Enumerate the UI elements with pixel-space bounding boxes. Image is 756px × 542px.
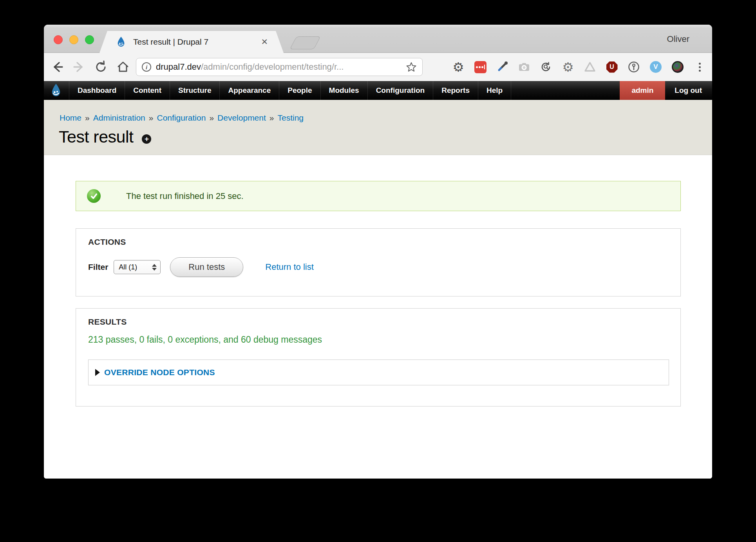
forward-icon[interactable] [71,59,87,75]
tab-close-icon[interactable]: ✕ [261,37,268,47]
zoom-window-button[interactable] [85,35,94,44]
fieldset-label: OVERRIDE NODE OPTIONS [104,368,215,377]
key-circle-icon[interactable] [628,60,640,74]
user-account-link[interactable]: admin [620,81,665,100]
menu-item-content[interactable]: Content [125,81,170,100]
menu-item-appearance[interactable]: Appearance [220,81,279,100]
return-to-list-link[interactable]: Return to list [265,262,314,272]
success-check-icon [87,189,101,203]
breadcrumb-testing[interactable]: Testing [278,113,304,122]
menu-item-dashboard[interactable]: Dashboard [69,81,125,100]
menu-item-configuration[interactable]: Configuration [368,81,434,100]
extension-bar: ⚙ ⚙ U V [452,59,706,75]
logout-link[interactable]: Log out [665,81,712,100]
menu-item-structure[interactable]: Structure [170,81,220,100]
page-header: Home»Administration»Configuration»Develo… [44,100,712,155]
drupal-logo[interactable] [44,81,69,100]
refresh-search-icon[interactable] [540,60,552,74]
breadcrumb-separator: » [85,113,90,122]
url-bar[interactable]: i drupal7.dev /admin/config/development/… [136,58,423,76]
select-stepper-icon [152,264,157,271]
actions-heading: ACTIONS [88,237,126,247]
reload-icon[interactable] [93,59,109,75]
actions-panel: ACTIONS Filter All (1) Run tests Return … [76,228,681,296]
url-path: /admin/config/development/testing/r... [201,62,403,72]
camera-icon[interactable] [518,60,530,74]
menu-item-people[interactable]: People [279,81,320,100]
status-message: The test run finished in 25 sec. [76,181,681,211]
results-panel: RESULTS 213 passes, 0 fails, 0 exception… [76,308,681,406]
drive-triangle-icon[interactable] [584,60,596,74]
menu-item-modules[interactable]: Modules [321,81,368,100]
camera-lens-icon[interactable] [671,60,684,74]
tab-title: Test result | Drupal 7 [133,37,261,47]
breadcrumb-development[interactable]: Development [217,113,266,122]
override-node-options-fieldset[interactable]: OVERRIDE NODE OPTIONS [88,360,669,385]
collapsed-arrow-icon [95,369,100,376]
breadcrumb-separator: » [149,113,154,122]
add-shortcut-icon[interactable]: + [142,134,151,144]
drupal-admin-toolbar: Dashboard Content Structure Appearance P… [44,81,712,100]
results-heading: RESULTS [88,317,127,327]
close-window-button[interactable] [54,35,63,44]
menu-item-reports[interactable]: Reports [433,81,478,100]
filter-select[interactable]: All (1) [114,260,161,274]
eyedropper-icon[interactable] [496,60,508,74]
title-bar: Oliver Test result | Drupal 7 ✕ [44,25,712,53]
breadcrumb: Home»Administration»Configuration»Develo… [60,113,304,123]
breadcrumb-separator: » [269,113,274,122]
chrome-profile-name[interactable]: Oliver [667,34,689,44]
new-tab-button[interactable] [289,36,321,49]
page-info-icon[interactable]: i [142,62,151,72]
password-manager-icon[interactable] [474,60,487,74]
gear-icon[interactable]: ⚙ [562,60,574,74]
ublock-shield-icon[interactable]: U [606,60,618,74]
run-tests-button[interactable]: Run tests [170,257,243,277]
drupal-favicon-icon [115,36,127,48]
bookmark-star-icon[interactable] [406,61,417,72]
back-icon[interactable] [49,59,65,75]
breadcrumb-separator: » [209,113,214,122]
filter-label: Filter [88,262,108,272]
results-summary: 213 passes, 0 fails, 0 exceptions, and 6… [88,334,322,345]
status-message-text: The test run finished in 25 sec. [126,191,244,201]
breadcrumb-administration[interactable]: Administration [93,113,145,122]
page-title: Test result [59,127,133,146]
settings-gear-icon[interactable]: ⚙ [452,60,465,74]
browser-menu-icon[interactable] [693,60,706,74]
breadcrumb-configuration[interactable]: Configuration [157,113,206,122]
browser-tab[interactable]: Test result | Drupal 7 ✕ [99,31,284,53]
page-content: The test run finished in 25 sec. ACTIONS… [44,155,712,479]
minimize-window-button[interactable] [69,35,78,44]
menu-item-help[interactable]: Help [478,81,511,100]
filter-selected-value: All (1) [119,263,152,271]
browser-window: Oliver Test result | Drupal 7 ✕ [44,25,712,479]
home-icon[interactable] [115,59,131,75]
browser-toolbar: i drupal7.dev /admin/config/development/… [44,53,712,81]
v-badge-icon[interactable]: V [649,60,662,74]
breadcrumb-home[interactable]: Home [60,113,81,122]
url-host: drupal7.dev [156,62,201,72]
admin-menu: Dashboard Content Structure Appearance P… [69,81,511,100]
